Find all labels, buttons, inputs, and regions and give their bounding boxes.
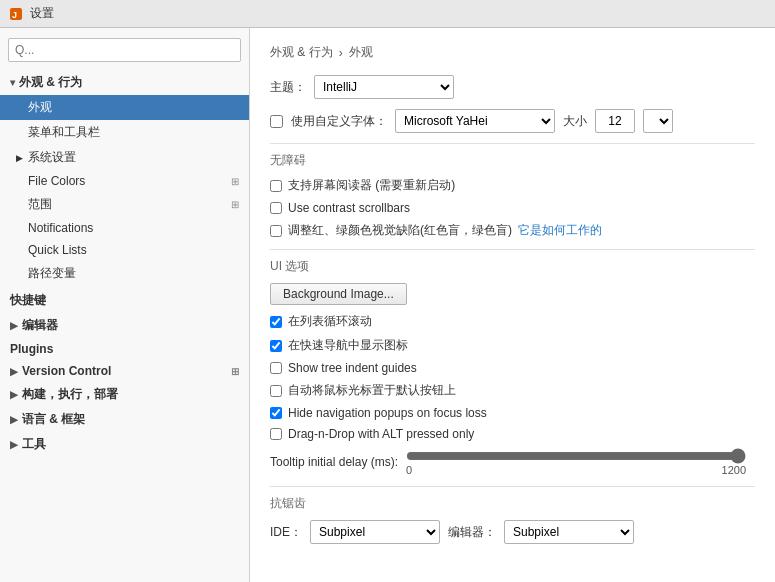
search-wrap <box>0 32 249 68</box>
group-label-lang: 语言 & 框架 <box>22 411 85 428</box>
tree-indent-label: Show tree indent guides <box>288 361 417 375</box>
font-select[interactable]: Microsoft YaHei Arial Consolas <box>395 109 555 133</box>
group-label: 外观 & 行为 <box>19 74 82 91</box>
tree-indent-checkbox[interactable] <box>270 362 282 374</box>
group-label-plugins: Plugins <box>10 342 53 356</box>
hide-nav-popups-label: Hide navigation popups on focus loss <box>288 406 487 420</box>
ext-icon-vcs: ⊞ <box>231 366 239 377</box>
custom-font-checkbox[interactable] <box>270 115 283 128</box>
arrow-icon-build: ▶ <box>10 389 18 400</box>
antialiasing-title: 抗锯齿 <box>270 495 755 512</box>
sidebar: ▾ 外观 & 行为 外观 菜单和工具栏 ▶ 系统设置 File Colors ⊞… <box>0 28 250 582</box>
cb-screen-reader: 支持屏幕阅读器 (需要重新启动) <box>270 177 755 194</box>
auto-mouse-checkbox[interactable] <box>270 385 282 397</box>
contrast-scrollbars-label: Use contrast scrollbars <box>288 201 410 215</box>
antialiasing-row: IDE： Subpixel Greyscale Default 编辑器： Sub… <box>270 520 755 544</box>
auto-mouse-label: 自动将鼠标光标置于默认按钮上 <box>288 382 456 399</box>
arrow-icon: ▾ <box>10 77 15 88</box>
divider-antialiasing <box>270 486 755 487</box>
hide-nav-popups-checkbox[interactable] <box>270 407 282 419</box>
accessibility-title: 无障碍 <box>270 152 755 169</box>
ui-cb-drag-alt: Drag-n-Drop with ALT pressed only <box>270 427 755 441</box>
ide-label: IDE： <box>270 524 302 541</box>
ui-cb-auto-mouse: 自动将鼠标光标置于默认按钮上 <box>270 382 755 399</box>
group-label-build: 构建，执行，部署 <box>22 386 118 403</box>
sidebar-group-shortcuts[interactable]: 快捷键 <box>0 288 249 313</box>
sidebar-item-quick-lists[interactable]: Quick Lists <box>0 239 249 261</box>
cycle-scroll-label: 在列表循环滚动 <box>288 313 372 330</box>
theme-select[interactable]: IntelliJ Darcula High contrast <box>314 75 454 99</box>
sidebar-item-appearance[interactable]: 外观 <box>0 95 249 120</box>
sidebar-group-build[interactable]: ▶ 构建，执行，部署 <box>0 382 249 407</box>
screen-reader-checkbox[interactable] <box>270 180 282 192</box>
contrast-scrollbars-checkbox[interactable] <box>270 202 282 214</box>
how-it-works-link[interactable]: 它是如何工作的 <box>518 222 602 239</box>
sidebar-item-system-settings[interactable]: ▶ 系统设置 <box>0 145 249 170</box>
sidebar-group-tools[interactable]: ▶ 工具 <box>0 432 249 457</box>
slider-max-label: 1200 <box>722 464 746 476</box>
arrow-icon-editor: ▶ <box>10 320 18 331</box>
ext-icon: ⊞ <box>231 176 239 187</box>
sidebar-section-appearance: ▾ 外观 & 行为 外观 菜单和工具栏 ▶ 系统设置 File Colors ⊞… <box>0 68 249 288</box>
expand-arrow-icon: ▶ <box>16 153 23 163</box>
drag-alt-checkbox[interactable] <box>270 428 282 440</box>
tooltip-slider-container: 0 1200 <box>406 448 755 476</box>
background-image-btn[interactable]: Background Image... <box>270 283 407 305</box>
cb-color-deficiency: 调整红、绿颜色视觉缺陷(红色盲，绿色盲) 它是如何工作的 <box>270 222 755 239</box>
tooltip-delay-slider[interactable] <box>406 448 746 464</box>
arrow-icon-vcs: ▶ <box>10 366 18 377</box>
divider-ui-options <box>270 249 755 250</box>
sidebar-group-appearance-behavior[interactable]: ▾ 外观 & 行为 <box>0 70 249 95</box>
main-layout: ▾ 外观 & 行为 外观 菜单和工具栏 ▶ 系统设置 File Colors ⊞… <box>0 28 775 582</box>
ide-antialiasing-select[interactable]: Subpixel Greyscale Default <box>310 520 440 544</box>
tooltip-delay-row: Tooltip initial delay (ms): 0 1200 <box>270 448 755 476</box>
divider-accessibility <box>270 143 755 144</box>
ui-cb-cycle-scroll: 在列表循环滚动 <box>270 313 755 330</box>
sidebar-group-plugins[interactable]: Plugins <box>0 338 249 360</box>
breadcrumb-sep: › <box>339 46 343 60</box>
font-size-input[interactable] <box>595 109 635 133</box>
ext-icon-scope: ⊞ <box>231 199 239 210</box>
group-label-shortcuts: 快捷键 <box>10 292 46 309</box>
sidebar-group-lang[interactable]: ▶ 语言 & 框架 <box>0 407 249 432</box>
breadcrumb: 外观 & 行为 › 外观 <box>270 44 755 61</box>
custom-font-row: 使用自定义字体： Microsoft YaHei Arial Consolas … <box>270 109 755 133</box>
sidebar-item-notifications[interactable]: Notifications <box>0 217 249 239</box>
ui-cb-show-icons: 在快速导航中显示图标 <box>270 337 755 354</box>
drag-alt-label: Drag-n-Drop with ALT pressed only <box>288 427 474 441</box>
editor-antialiasing-select[interactable]: Subpixel Greyscale Default <box>504 520 634 544</box>
sidebar-group-editor[interactable]: ▶ 编辑器 <box>0 313 249 338</box>
sidebar-item-scope[interactable]: 范围 ⊞ <box>0 192 249 217</box>
app-icon: J <box>8 6 24 22</box>
sidebar-item-menus-toolbars[interactable]: 菜单和工具栏 <box>0 120 249 145</box>
theme-row: 主题： IntelliJ Darcula High contrast <box>270 75 755 99</box>
font-size-select[interactable]: 12 14 <box>643 109 673 133</box>
size-label: 大小 <box>563 113 587 130</box>
cb-contrast-scrollbars: Use contrast scrollbars <box>270 201 755 215</box>
arrow-icon-lang: ▶ <box>10 414 18 425</box>
color-deficiency-label: 调整红、绿颜色视觉缺陷(红色盲，绿色盲) <box>288 222 512 239</box>
sidebar-group-vcs[interactable]: ▶ Version Control ⊞ <box>0 360 249 382</box>
sidebar-item-path-variables[interactable]: 路径变量 <box>0 261 249 286</box>
breadcrumb-part2: 外观 <box>349 44 373 61</box>
cycle-scroll-checkbox[interactable] <box>270 316 282 328</box>
ui-cb-hide-nav-popups: Hide navigation popups on focus loss <box>270 406 755 420</box>
group-label-vcs: Version Control <box>22 364 231 378</box>
search-input[interactable] <box>8 38 241 62</box>
show-icons-checkbox[interactable] <box>270 340 282 352</box>
color-deficiency-checkbox[interactable] <box>270 225 282 237</box>
title-text: 设置 <box>30 5 54 22</box>
svg-text:J: J <box>12 10 17 20</box>
title-bar: J 设置 <box>0 0 775 28</box>
sidebar-item-file-colors[interactable]: File Colors ⊞ <box>0 170 249 192</box>
ui-options-title: UI 选项 <box>270 258 755 275</box>
theme-label: 主题： <box>270 79 306 96</box>
group-label-tools: 工具 <box>22 436 46 453</box>
breadcrumb-part1: 外观 & 行为 <box>270 44 333 61</box>
ui-cb-tree-indent: Show tree indent guides <box>270 361 755 375</box>
slider-min-label: 0 <box>406 464 412 476</box>
editor-label: 编辑器： <box>448 524 496 541</box>
tooltip-delay-label: Tooltip initial delay (ms): <box>270 455 398 469</box>
custom-font-label: 使用自定义字体： <box>291 113 387 130</box>
arrow-icon-tools: ▶ <box>10 439 18 450</box>
